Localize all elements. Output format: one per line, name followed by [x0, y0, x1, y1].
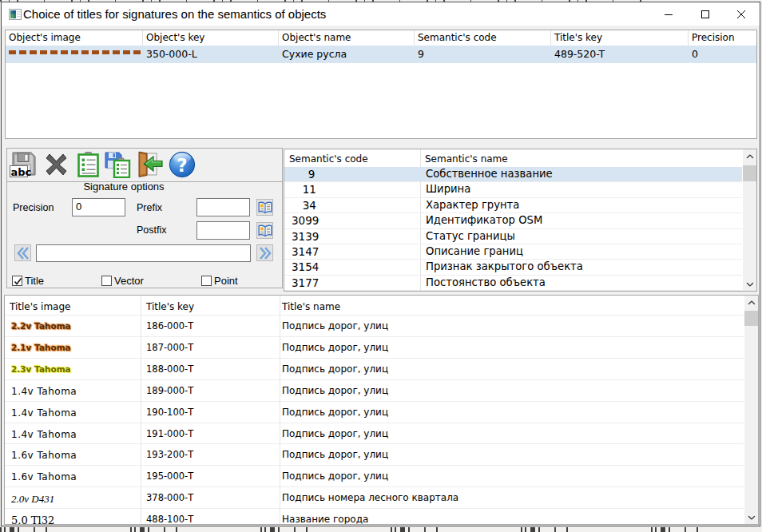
objects-col-image[interactable]: Object's image: [9, 32, 81, 43]
objects-col-precision[interactable]: Precision: [692, 32, 735, 43]
delete-cross-icon: [43, 152, 70, 177]
close-button[interactable]: [723, 2, 760, 26]
semantics-col-code[interactable]: Semantic's code: [289, 153, 368, 165]
prefix-label: Prefix: [137, 202, 162, 213]
titles-row[interactable]: 1.4v Tahoma191-000-ТПодпись дорог, улиц: [5, 423, 744, 445]
titles-col-image[interactable]: Title's image: [10, 301, 70, 312]
title-checkbox[interactable]: Title: [12, 275, 60, 288]
semantics-row[interactable]: 11Ширина: [284, 182, 742, 197]
semantics-scroll-thumb[interactable]: [743, 165, 756, 181]
signature-text-input[interactable]: [36, 244, 251, 262]
semantics-col-name[interactable]: Semantic's name: [425, 153, 508, 165]
title-image-cell: 1.4v Tahoma: [11, 386, 77, 397]
clipboard-list-button[interactable]: [73, 150, 102, 179]
open-book-icon: [258, 224, 272, 237]
scroll-down-button[interactable]: [744, 510, 758, 524]
object-precision-cell[interactable]: 0: [692, 48, 698, 60]
objects-col-titlekey[interactable]: Title's key: [554, 32, 602, 43]
semantics-row[interactable]: 9Собственное название: [284, 167, 742, 182]
title-image-cell: 2.3v Tahoma: [11, 364, 71, 374]
title-checkbox-box[interactable]: [12, 276, 22, 286]
row-separator: [5, 508, 744, 509]
semantics-table: Semantic's code Semantic's name 9Собстве…: [284, 149, 757, 292]
postfix-dictionary-button[interactable]: [256, 222, 273, 239]
vector-checkbox-label: Vector: [114, 275, 144, 287]
double-chevron-right-icon: [258, 246, 272, 260]
semantic-name-cell: Постоянство объекта: [426, 276, 546, 288]
minimize-button[interactable]: [650, 2, 687, 26]
objects-col-key[interactable]: Object's key: [146, 32, 204, 43]
vector-checkbox[interactable]: Vector: [101, 275, 157, 288]
title-name-cell: Подпись дорог, улиц: [282, 363, 388, 375]
save-clipboard-button[interactable]: [103, 150, 132, 179]
exit-button[interactable]: [136, 150, 165, 179]
map-window-icon-graphic: [9, 8, 22, 21]
maximize-button[interactable]: [687, 2, 724, 26]
object-semcode-cell[interactable]: 9: [418, 48, 424, 60]
title-name-cell: Подпись дорог, улиц: [282, 342, 388, 353]
column-separator: [142, 30, 143, 46]
semantics-scrollbar[interactable]: [743, 149, 756, 291]
open-book-icon: [258, 201, 272, 214]
title-image-cell: 2.1v Tahoma: [11, 343, 71, 352]
delete-button[interactable]: [42, 150, 71, 179]
save-abc-icon: abc: [10, 151, 37, 178]
titles-row[interactable]: 1.6v Tahoma193-200-ТПодпись дорог, улиц: [5, 444, 744, 466]
titles-row[interactable]: 1.4v Tahoma190-100-ТПодпись дорог, улиц: [5, 402, 744, 423]
object-key-cell[interactable]: 350-000-L: [146, 48, 197, 60]
titles-row[interactable]: 5.0 Tl32488-100-ТНазвание города: [5, 509, 744, 525]
semantic-code-cell: 3139: [292, 230, 319, 243]
title-image-cell: 2.2v Tahoma: [11, 321, 71, 331]
semantics-row[interactable]: 3099Идентификатор OSM: [284, 213, 742, 228]
chevron-down-icon: [746, 282, 753, 286]
object-titlekey-cell[interactable]: 489-520-T: [554, 48, 605, 60]
titlebar[interactable]: Choice of titles for signatures on the s…: [2, 2, 760, 26]
title-key-cell: 186-000-Т: [146, 320, 193, 332]
objects-row-selected[interactable]: [6, 46, 756, 63]
titles-scroll-thumb[interactable]: [744, 311, 758, 326]
semantic-name-cell: Статус границы: [426, 230, 515, 242]
point-checkbox[interactable]: Point: [201, 275, 249, 288]
titles-col-name[interactable]: Title's name: [282, 301, 340, 312]
exit-door-icon: [137, 152, 164, 178]
scroll-up-button[interactable]: [743, 149, 756, 163]
titles-col-key[interactable]: Title's key: [146, 301, 194, 312]
titles-row[interactable]: 2.1v Tahoma187-000-ТПодпись дорог, улиц: [5, 337, 744, 359]
titles-row[interactable]: 1.4v Tahoma189-000-ТПодпись дорог, улиц: [5, 380, 744, 402]
object-name-cell[interactable]: Сухие русла: [282, 48, 347, 60]
prefix-input[interactable]: [196, 198, 250, 216]
column-separator: [688, 30, 689, 46]
semantic-code-cell: 3099: [292, 214, 319, 227]
titles-row[interactable]: 2.3v Tahoma188-000-ТПодпись дорог, улиц: [5, 359, 744, 380]
titles-scrollbar[interactable]: [744, 296, 758, 524]
semantics-row[interactable]: 3147Описание границ: [284, 244, 742, 260]
titles-row[interactable]: 2.2v Tahoma186-000-ТПодпись дорог, улиц: [5, 316, 744, 337]
column-separator: [550, 30, 551, 46]
semantic-code-cell: 3154: [292, 260, 319, 273]
scroll-up-button[interactable]: [744, 296, 758, 309]
objects-table: Object's image Object's key Object's nam…: [5, 30, 757, 139]
nav-previous-button[interactable]: [14, 244, 31, 261]
dialog-window: Choice of titles for signatures on the s…: [1, 2, 760, 526]
objects-col-semcode[interactable]: Semantic's code: [418, 32, 497, 43]
vector-checkbox-box[interactable]: [101, 276, 112, 286]
titles-row[interactable]: 2.0v D431378-000-ТПодпись номера лесного…: [5, 487, 744, 509]
clipboard-list-icon: [76, 152, 101, 178]
semantics-row[interactable]: 3139Статус границы: [284, 229, 742, 244]
help-button[interactable]: ?: [168, 150, 196, 179]
semantics-row[interactable]: 3154Признак закрытого объекта: [284, 260, 742, 275]
title-key-cell: 195-000-Т: [146, 470, 193, 482]
precision-input[interactable]: 0: [72, 198, 125, 216]
title-checkbox-label: Title: [25, 275, 44, 287]
titles-row[interactable]: 1.6v Tahoma195-000-ТПодпись дорог, улиц: [5, 466, 744, 487]
save-text-button[interactable]: abc: [9, 150, 38, 179]
objects-col-name[interactable]: Object's name: [282, 32, 351, 43]
point-checkbox-box[interactable]: [201, 276, 212, 286]
prefix-dictionary-button[interactable]: [256, 199, 273, 216]
semantics-row[interactable]: 3177Постоянство объекта: [284, 276, 742, 291]
postfix-input[interactable]: [196, 221, 250, 240]
nav-next-button[interactable]: [256, 244, 273, 261]
semantics-row[interactable]: 34Характер грунта: [284, 198, 742, 213]
title-key-cell: 189-000-Т: [146, 385, 193, 396]
scroll-down-button[interactable]: [743, 277, 756, 291]
